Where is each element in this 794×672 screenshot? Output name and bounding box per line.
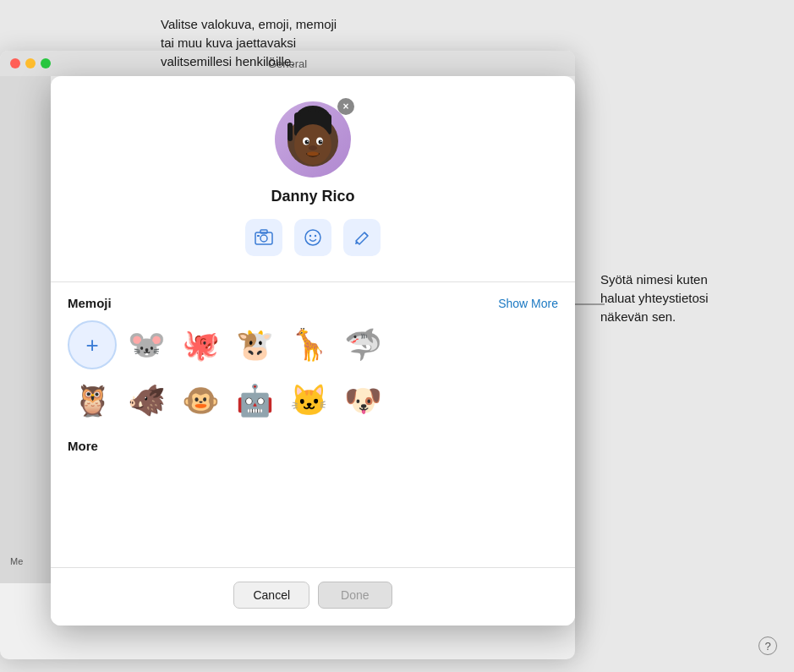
help-button[interactable]: ?: [758, 636, 777, 655]
memoji-section: Memoji Show More + 🐭 🐙 🐮 🦒 🦈 🦉 🐗 🐵 🤖 🐱 🐶: [51, 282, 575, 432]
edit-button[interactable]: [343, 219, 381, 256]
emoji-item-owl[interactable]: 🦉: [68, 376, 117, 425]
show-more-link[interactable]: Show More: [498, 297, 558, 310]
edit-icon: [353, 229, 370, 246]
emoji-item-cow[interactable]: 🐮: [230, 320, 279, 369]
cancel-button[interactable]: Cancel: [233, 582, 309, 609]
emoji-item-giraffe[interactable]: 🦒: [284, 320, 333, 369]
close-button[interactable]: [10, 58, 20, 68]
emoji-item-boar[interactable]: 🐗: [122, 376, 171, 425]
maximize-button[interactable]: [41, 58, 51, 68]
emoji-button[interactable]: [294, 219, 331, 256]
svg-rect-22: [257, 235, 260, 237]
svg-point-13: [305, 140, 309, 145]
action-buttons-row: [245, 219, 381, 256]
more-section: More: [51, 432, 575, 460]
svg-point-16: [320, 140, 322, 142]
emoji-grid-row2: 🦉 🐗 🐵 🤖 🐱 🐶: [68, 376, 558, 425]
svg-point-23: [305, 230, 320, 245]
emoji-item-shark[interactable]: 🦈: [338, 320, 387, 369]
svg-point-20: [260, 235, 267, 242]
avatar-close-button[interactable]: ×: [337, 98, 354, 115]
sidebar: Me: [0, 76, 51, 583]
modal-dialog: × Danny Rico: [51, 76, 575, 626]
emoji-item-cat[interactable]: 🐱: [284, 376, 333, 425]
avatar-memoji-svg: [279, 106, 347, 173]
emoji-item-monkey[interactable]: 🐵: [176, 376, 225, 425]
photo-icon: [255, 229, 273, 246]
emoji-item-robot[interactable]: 🤖: [230, 376, 279, 425]
emoji-item-octopus[interactable]: 🐙: [176, 320, 225, 369]
done-button[interactable]: Done: [318, 582, 392, 609]
callout-top: Valitse valokuva, emoji, memoji tai muu …: [161, 15, 337, 70]
emoji-icon: [304, 228, 322, 247]
callout-right-arrow: [575, 300, 605, 309]
callout-right: Syötä nimesi kuten haluat yhteystietosi …: [600, 270, 709, 325]
avatar-wrapper: ×: [275, 101, 351, 178]
add-memoji-button[interactable]: +: [68, 320, 117, 369]
bottom-buttons: Cancel Done: [51, 567, 575, 626]
svg-rect-21: [260, 230, 267, 233]
svg-rect-9: [287, 123, 293, 141]
minimize-button[interactable]: [25, 58, 36, 68]
svg-point-25: [315, 235, 316, 237]
svg-point-10: [294, 124, 331, 165]
more-label: More: [68, 439, 558, 453]
svg-point-15: [307, 140, 309, 142]
svg-point-18: [307, 152, 319, 156]
svg-point-14: [319, 140, 323, 145]
traffic-lights: [10, 58, 51, 68]
emoji-item-dog[interactable]: 🐶: [338, 376, 387, 425]
svg-point-17: [309, 145, 317, 150]
svg-rect-19: [255, 232, 272, 244]
section-header: Memoji Show More: [68, 296, 558, 310]
avatar-section: × Danny Rico: [51, 76, 575, 265]
sidebar-me-label: Me: [10, 556, 23, 566]
emoji-grid-row1: + 🐭 🐙 🐮 🦒 🦈: [68, 320, 558, 369]
photo-button[interactable]: [245, 219, 282, 256]
svg-point-24: [309, 235, 311, 237]
emoji-item-mouse[interactable]: 🐭: [122, 320, 171, 369]
user-name: Danny Rico: [271, 188, 354, 205]
memoji-label: Memoji: [68, 296, 112, 310]
